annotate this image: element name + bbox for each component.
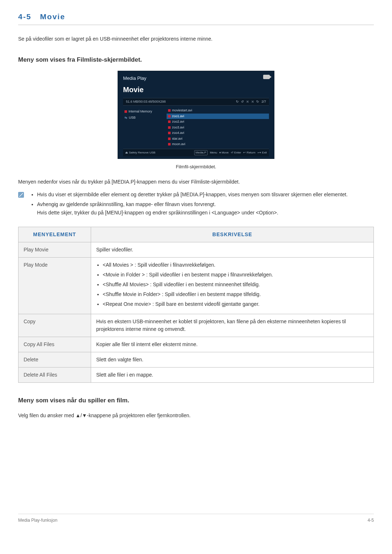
file-icon [168,115,171,118]
shuffle-icon-1: ⤭ [246,99,249,104]
file-name: zoo4.avi [172,131,184,136]
cell-desc: <All Movies > : Spill videofiler i filna… [91,258,374,314]
file-icon [168,132,171,134]
cell-name: Copy [19,314,91,337]
playmode-opt: <All Movies > : Spill videofiler i filna… [103,261,368,269]
file-name: star.avi [172,136,183,141]
menu-paragraph: Menyen nedenfor vises når du trykker på … [18,178,374,186]
internal-memory-label: Internal Memory [128,109,152,114]
foot-return: ↩ Return [243,151,255,155]
menu-table: MENYELEMENT BESKRIVELSE Play Movie Spill… [18,227,374,383]
cell-name: Play Movie [19,242,91,258]
paragraph-2: Velg filen du ønsker med ▲/▼-knappene på… [18,412,374,419]
section-title: 4-5Movie [18,11,374,25]
square-icon [124,110,127,113]
media-foot-bar: ⏏ Safely Remove USB Media.P Menu ♦ Move … [123,149,269,156]
foot-menu: Menu [210,151,217,155]
file-icon [168,109,171,112]
note-item-2a: Avhengig av gjeldende språkinnstilling, … [37,201,216,207]
note-list: Hvis du viser et skjermbilde eller eleme… [28,191,348,219]
cell-desc: Kopier alle filer til internt eller ekst… [91,337,374,352]
media-play-screenshot: Media Play Movie 51.6 MB/00:03:48/500X29… [118,71,274,159]
note-icon [18,192,24,198]
media-play-figure: Media Play Movie 51.6 MB/00:03:48/500X29… [18,71,374,170]
camera-icon [263,75,270,79]
foot-exit-text: Exit [262,151,267,154]
table-row: Play Mode <All Movies > : Spill videofil… [19,258,374,314]
playmode-opt: <Repeat One movie> : Spill bare en beste… [103,300,368,308]
file-name: moviestart.avi [172,108,192,113]
media-file-list: moviestart.avi zoo1.avi zoo2.avi zoo3.av… [167,108,269,147]
table-row: Play Movie Spiller videofiler. [19,242,374,258]
subheading-2: Meny som vises når du spiller en film. [18,396,374,405]
cell-desc: Slett alle filer i en mappe. [91,368,374,383]
intro-text: Se på videofiler som er lagret på en USB… [18,35,374,43]
file-name: zoo3.avi [172,125,184,130]
table-row: Copy All Files Kopier alle filer til int… [19,337,374,352]
file-icon [168,120,171,123]
media-source-list: Internal Memory ⇋USB [123,108,167,147]
table-row: Delete Slett den valgte filen. [19,352,374,368]
status-count: 2/7 [261,99,266,104]
table-row: Copy Hvis en ekstern USB-minneenhet er k… [19,314,374,337]
playmode-opt: <Shuffle All Movies> : Spill videofiler … [103,281,368,288]
file-icon [168,143,171,145]
file-icon [168,126,171,129]
note-item-1: Hvis du viser et skjermbilde eller eleme… [37,191,348,198]
foot-exit: •⇥ Exit [258,151,267,155]
media-subtitle: Movie [123,84,269,95]
note-item-2b: Hvis dette skjer, trykker du på [MENU]-k… [37,209,348,217]
foot-move-text: Move [221,151,229,154]
table-row: Delete All Files Slett alle filer i en m… [19,368,374,383]
shuffle-repeat-icon: ↻ [256,99,259,104]
repeat-one-icon: ↻ [236,99,239,104]
cell-desc: Hvis en ekstern USB-minneenhet er koblet… [91,314,374,337]
foot-move: ♦ Move [219,151,229,155]
mediap-tag: Media.P [194,150,208,155]
cell-desc: Slett den valgte filen. [91,352,374,368]
foot-enter-text: Enter [234,151,241,154]
footer-left: Media Play-funksjon [18,517,57,524]
note-item-2: Avhengig av gjeldende språkinnstilling, … [37,201,348,217]
file-name: moon.avi [172,142,185,147]
section-name: Movie [40,12,65,21]
cell-name: Delete All Files [19,368,91,383]
usb-icon: ⇋ [124,115,127,120]
usb-label: USB [129,115,136,120]
playmode-opt: <Shuffle Movie in Folder> : Spill videof… [103,291,368,298]
shuffle-icon-2: ⤭ [251,99,254,104]
note-block: Hvis du viser et skjermbilde eller eleme… [18,191,374,219]
subheading-1: Meny som vises fra Filmliste-skjermbilde… [18,55,374,65]
table-header-description: BESKRIVELSE [91,227,374,242]
cell-name: Delete [19,352,91,368]
file-name: zoo2.avi [172,119,184,124]
cell-desc: Spiller videofiler. [91,242,374,258]
cell-name: Copy All Files [19,337,91,352]
file-name: zoo1.avi [172,114,184,119]
page-footer: Media Play-funksjon 4-5 [18,514,374,524]
file-icon [168,138,171,140]
foot-enter: ⏎ Enter [231,151,241,155]
safely-remove-text: Safely Remove USB [129,151,155,154]
safely-remove-label: ⏏ Safely Remove USB [125,151,155,155]
cell-name: Play Mode [19,258,91,314]
media-status-bar: 51.6 MB/00:03:48/500X298 ↻ ↺ ⤭ ⤭ ↻ 2/7 [123,98,269,106]
section-number: 4-5 [18,12,31,21]
foot-return-text: Return [247,151,256,154]
table-header-element: MENYELEMENT [19,227,91,242]
figure-caption: Filmfil-skjermbildet. [18,163,374,171]
status-left: 51.6 MB/00:03:48/500X298 [126,99,166,104]
playmode-opt: <Movie in Folder > : Spill videofiler i … [103,271,368,279]
media-title: Media Play [123,75,269,82]
footer-right: 4-5 [368,517,374,524]
repeat-all-icon: ↺ [241,99,244,104]
